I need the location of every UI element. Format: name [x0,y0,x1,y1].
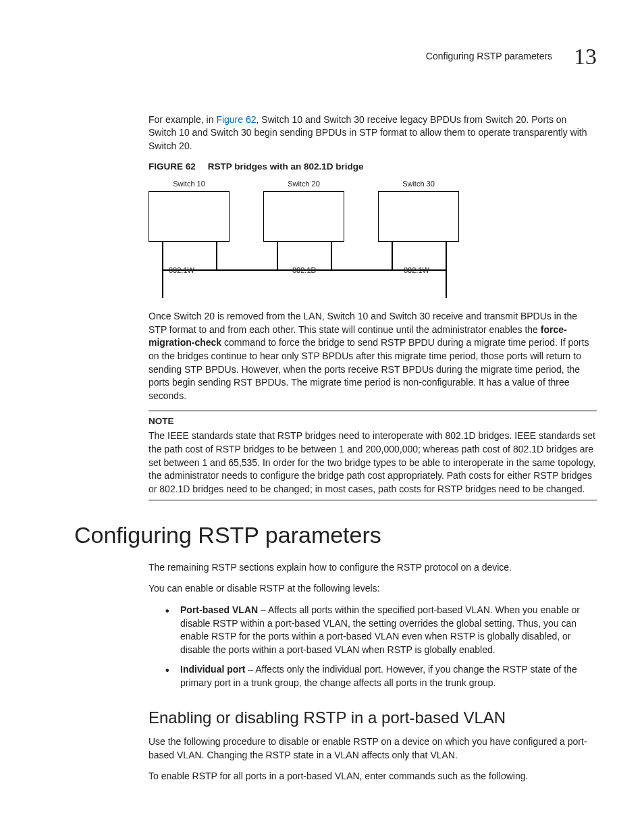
section-heading: Configuring RSTP parameters [74,519,597,552]
note-body: The IEEE standards state that RSTP bridg… [149,429,597,496]
diagram-connector [277,241,278,270]
intro-text-a: For example, in [149,114,216,125]
list-item: Port-based VLAN – Affects all ports with… [165,604,597,656]
section-para-1: The remaining RSTP sections explain how … [149,561,597,575]
protocol-label-2: 802.1D [292,265,316,276]
diagram-connector [392,241,393,270]
protocol-label-1: 802.1W [169,265,194,276]
switch-30-label: Switch 30 [378,179,459,189]
intro-paragraph: For example, in Figure 62, Switch 10 and… [149,113,597,153]
figure-reference-link[interactable]: Figure 62 [216,114,256,125]
figure-diagram: Switch 10 Switch 20 Switch 30 802.1W 802… [149,179,597,301]
note-block: NOTE The IEEE standards state that RSTP … [149,411,597,500]
switch-20-box [263,191,344,242]
diagram-connector [216,241,217,270]
switch-30-box [378,191,459,242]
subsection-para-1: Use the following procedure to disable o… [149,735,597,762]
running-title: Configuring RSTP parameters [426,50,552,63]
list-item: Individual port – Affects only the indiv… [165,663,597,689]
note-label: NOTE [149,415,597,428]
figure-label: FIGURE 62 [149,161,196,172]
switch-10-label: Switch 10 [149,179,230,189]
chapter-number: 13 [574,41,597,73]
paragraph-2: Once Switch 20 is removed from the LAN, … [149,310,597,402]
switch-10-group: Switch 10 [149,179,230,241]
page-header: Configuring RSTP parameters 13 [74,41,597,73]
switch-10-box [149,191,230,242]
subsection-para-2: To enable RSTP for all ports in a port-b… [149,770,597,783]
levels-list: Port-based VLAN – Affects all ports with… [165,604,597,690]
protocol-label-3: 802.1W [404,265,429,276]
switch-30-group: Switch 30 [378,179,459,241]
subsection-heading: Enabling or disabling RSTP in a port-bas… [149,706,597,729]
figure-caption: FIGURE 62RSTP bridges with an 802.1D bri… [149,161,597,174]
para2-text-a: Once Switch 20 is removed from the LAN, … [149,311,577,335]
switch-20-group: Switch 20 [263,179,344,241]
section-para-2: You can enable or disable RSTP at the fo… [149,582,597,596]
diagram-connector [331,241,332,270]
list-item-term: Port-based VLAN [180,604,258,615]
switch-20-label: Switch 20 [263,179,344,189]
figure-title: RSTP bridges with an 802.1D bridge [208,161,364,172]
list-item-term: Individual port [180,664,245,675]
